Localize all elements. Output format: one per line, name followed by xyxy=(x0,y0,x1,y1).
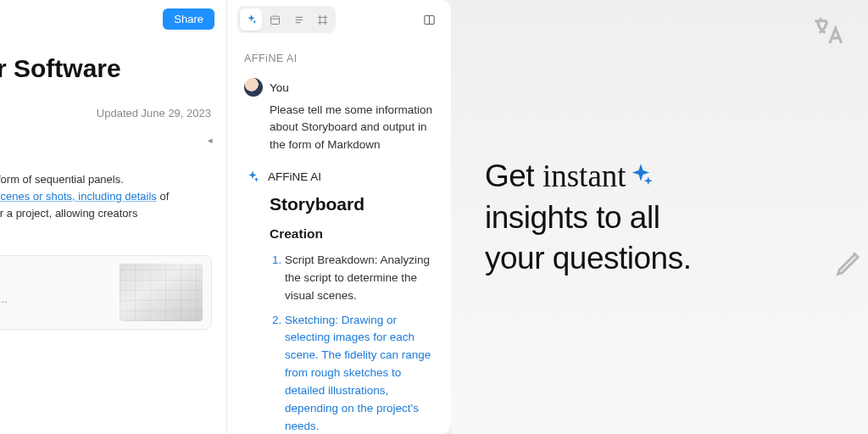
document-body: r Software Updated June 29, 2023 ◂ y pre… xyxy=(0,39,226,330)
body-text-line: rces in production. xyxy=(0,222,226,239)
body-text: of xyxy=(157,190,169,203)
list-item: Sketching: Drawing or selecting images f… xyxy=(285,312,434,434)
assistant-message: AFFiNE AI Storyboard Creation Script Bre… xyxy=(244,169,434,434)
app-window: Share r Software Updated June 29, 2023 ◂… xyxy=(0,0,451,434)
ai-tab[interactable] xyxy=(240,8,262,31)
ai-panel: AFFiNE AI You Please tell me some inform… xyxy=(227,0,451,434)
linked-doc-card[interactable]: d by a grand ting a striking contr… xyxy=(0,255,212,330)
list-item: Script Breakdown: Analyzing the script t… xyxy=(285,252,434,305)
outline-tab[interactable] xyxy=(287,8,309,31)
card-text: d by a grand ting a striking contr… xyxy=(0,278,120,305)
response-list: Script Breakdown: Analyzing the script t… xyxy=(270,252,434,434)
marketing-headline: Get instant insights to all your questio… xyxy=(485,156,691,278)
two-column-toggle[interactable] xyxy=(417,8,441,31)
calendar-tab[interactable] xyxy=(264,8,286,31)
user-message-text: Please tell me some information about St… xyxy=(244,102,434,153)
sparkle-icon xyxy=(245,14,258,26)
ai-brand-label: AFFiNE AI xyxy=(244,53,434,64)
ai-conversation-scroll[interactable]: AFFiNE AI You Please tell me some inform… xyxy=(227,39,451,434)
headline-text: your questions. xyxy=(485,241,691,275)
user-avatar xyxy=(244,78,263,97)
document-content: y presented in the form of sequential pa… xyxy=(0,171,226,330)
ai-toolbar xyxy=(227,0,451,39)
body-text-line: ovide a blueprint for a project, allowin… xyxy=(0,205,226,222)
list-icon xyxy=(292,14,305,26)
card-text-line: d by a grand xyxy=(0,278,120,292)
response-subheading: Creation xyxy=(270,226,434,242)
assistant-response: Storyboard Creation Script Breakdown: An… xyxy=(244,194,434,434)
document-panel: Share r Software Updated June 29, 2023 ◂… xyxy=(0,0,227,434)
view-mode-group xyxy=(237,6,336,33)
marketing-panel: Get instant insights to all your questio… xyxy=(451,0,868,434)
page-title: r Software xyxy=(0,54,226,83)
headline-text: Get xyxy=(485,159,542,193)
collapse-outline-icon[interactable]: ◂ xyxy=(0,135,226,146)
calendar-icon xyxy=(269,14,281,26)
updated-timestamp: Updated June 29, 2023 xyxy=(0,107,226,120)
body-text-line: es describing key scenes or shots, inclu… xyxy=(0,188,226,205)
frame-icon xyxy=(316,14,329,26)
headline-emphasis: instant xyxy=(542,159,626,193)
assistant-name: AFFiNE AI xyxy=(268,170,321,183)
translate-icon xyxy=(810,14,846,49)
pencil-icon xyxy=(832,246,866,280)
card-text-line: ting a striking contr… xyxy=(0,292,120,306)
columns-icon xyxy=(422,13,437,27)
card-thumbnail xyxy=(120,264,203,321)
assistant-avatar xyxy=(244,169,261,186)
share-button[interactable]: Share xyxy=(163,8,214,30)
svg-rect-0 xyxy=(270,16,279,24)
user-name: You xyxy=(270,81,289,94)
sparkle-icon xyxy=(245,170,260,185)
document-header: Share xyxy=(0,0,226,39)
headline-text: insights to all xyxy=(485,200,659,235)
sparkle-icon xyxy=(628,158,654,198)
body-text-line: y presented in the form of sequential pa… xyxy=(0,171,226,188)
frame-tab[interactable] xyxy=(311,8,333,31)
highlighted-text: es describing key scenes or shots, inclu… xyxy=(0,190,157,203)
user-message: You Please tell me some information abou… xyxy=(244,78,434,153)
response-heading: Storyboard xyxy=(270,194,434,214)
